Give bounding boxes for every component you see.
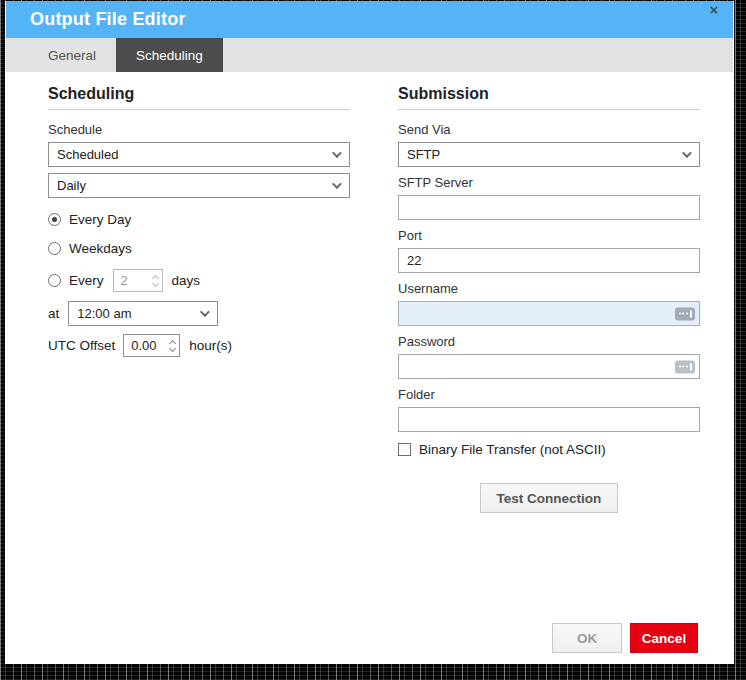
sftp-server-label: SFTP Server: [398, 175, 700, 190]
utc-offset-label: UTC Offset: [48, 338, 115, 353]
every-n-days-option: Every 2 days: [48, 269, 350, 292]
submission-section: Submission Send Via SFTP SFTP Server Por…: [398, 85, 700, 513]
tab-scheduling[interactable]: Scheduling: [116, 38, 223, 72]
utc-offset-row: UTC Offset 0.00 hour(s): [48, 334, 350, 357]
time-row: at 12:00 am: [48, 301, 350, 326]
schedule-label: Schedule: [48, 122, 350, 137]
dialog-title: Output File Editor: [30, 9, 186, 30]
weekdays-radio[interactable]: [48, 242, 61, 255]
port-input[interactable]: [398, 248, 700, 273]
username-input[interactable]: [398, 301, 700, 326]
every-label: Every: [69, 273, 104, 288]
frequency-select-value: Daily: [57, 178, 86, 193]
hours-suffix-label: hour(s): [189, 338, 232, 353]
dimmed-background: Output File Editor × General Scheduling …: [0, 0, 746, 680]
port-label: Port: [398, 228, 700, 243]
every-day-radio[interactable]: [48, 213, 61, 226]
dialog-footer: OK Cancel: [552, 623, 698, 653]
every-days-value: 2: [121, 273, 128, 288]
stepper-arrows-icon[interactable]: [153, 276, 158, 286]
folder-input[interactable]: [398, 407, 700, 432]
password-input[interactable]: [398, 354, 700, 379]
ok-button[interactable]: OK: [552, 623, 622, 653]
tab-general[interactable]: General: [28, 38, 116, 72]
weekdays-label: Weekdays: [69, 241, 132, 256]
password-field-wrap: [398, 354, 700, 379]
autofill-icon[interactable]: [675, 307, 695, 320]
dialog-titlebar: Output File Editor ×: [6, 1, 733, 38]
close-icon[interactable]: ×: [705, 1, 723, 19]
sftp-server-field-wrap: [398, 195, 700, 220]
output-file-editor-dialog: Output File Editor × General Scheduling …: [5, 1, 734, 664]
every-days-stepper[interactable]: 2: [113, 269, 163, 292]
at-label: at: [48, 306, 59, 321]
test-connection-wrap: Test Connection: [398, 483, 700, 513]
password-label: Password: [398, 334, 700, 349]
folder-label: Folder: [398, 387, 700, 402]
username-field-wrap: [398, 301, 700, 326]
send-via-select[interactable]: SFTP: [398, 142, 700, 167]
autofill-icon[interactable]: [675, 360, 695, 373]
cancel-button[interactable]: Cancel: [630, 623, 698, 653]
time-select[interactable]: 12:00 am: [68, 301, 218, 326]
chevron-down-icon: [332, 179, 342, 189]
scheduling-heading: Scheduling: [48, 85, 350, 110]
chevron-down-icon: [682, 148, 692, 158]
weekdays-option: Weekdays: [48, 240, 350, 256]
sftp-server-input[interactable]: [398, 195, 700, 220]
utc-offset-stepper[interactable]: 0.00: [123, 334, 180, 357]
utc-offset-value: 0.00: [131, 338, 156, 353]
every-day-option: Every Day: [48, 211, 350, 227]
schedule-select[interactable]: Scheduled: [48, 142, 350, 167]
chevron-down-icon: [200, 307, 210, 317]
time-select-value: 12:00 am: [77, 306, 131, 321]
folder-field-wrap: [398, 407, 700, 432]
username-label: Username: [398, 281, 700, 296]
scheduling-section: Scheduling Schedule Scheduled Daily Ever…: [48, 85, 350, 365]
chevron-down-icon: [332, 148, 342, 158]
days-suffix-label: days: [172, 273, 201, 288]
binary-transfer-option: Binary File Transfer (not ASCII): [398, 442, 700, 457]
submission-heading: Submission: [398, 85, 700, 110]
binary-transfer-label: Binary File Transfer (not ASCII): [419, 442, 606, 457]
stepper-arrows-icon[interactable]: [170, 341, 175, 351]
every-day-label: Every Day: [69, 212, 131, 227]
test-connection-button[interactable]: Test Connection: [480, 483, 619, 513]
send-via-label: Send Via: [398, 122, 700, 137]
binary-transfer-checkbox[interactable]: [398, 443, 411, 456]
port-field-wrap: [398, 248, 700, 273]
frequency-select[interactable]: Daily: [48, 173, 350, 198]
schedule-select-value: Scheduled: [57, 147, 118, 162]
send-via-select-value: SFTP: [407, 147, 440, 162]
tab-strip: General Scheduling: [6, 38, 733, 72]
every-n-days-radio[interactable]: [48, 274, 61, 287]
